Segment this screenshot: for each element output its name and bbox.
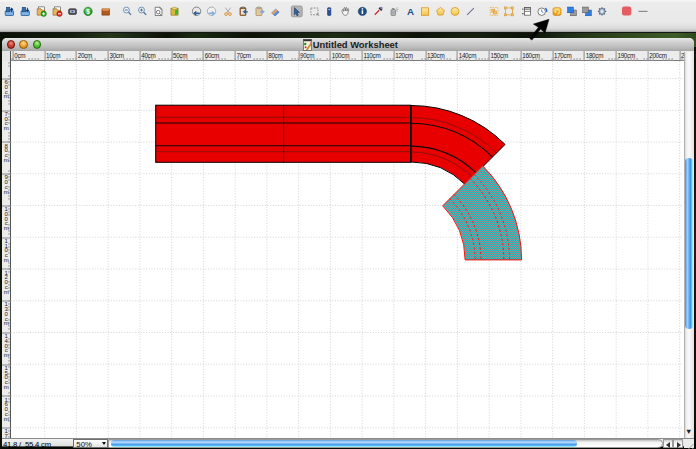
svg-text:$: $ (86, 8, 90, 16)
svg-text:A: A (407, 6, 414, 17)
